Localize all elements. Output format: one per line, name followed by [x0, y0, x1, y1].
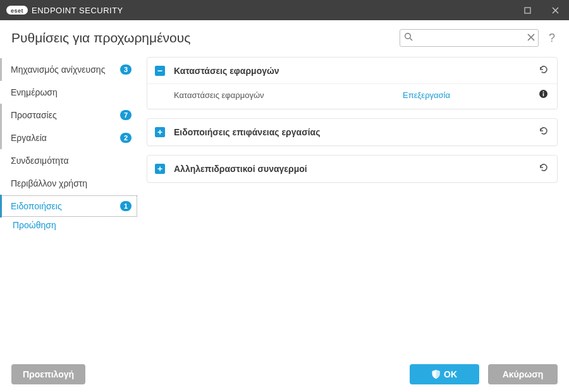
panel-desktop-notifications: Ειδοποιήσεις επιφάνειας εργασίας — [147, 118, 558, 146]
ok-button[interactable]: OK — [410, 364, 479, 384]
search-wrap — [400, 29, 539, 47]
sidebar: Μηχανισμός ανίχνευσης 3 Ενημέρωση Προστα… — [0, 56, 138, 357]
sidebar-item-label: Συνδεσιμότητα — [11, 156, 132, 166]
svg-rect-7 — [543, 93, 544, 96]
sidebar-item-label: Ενημέρωση — [11, 87, 132, 97]
collapse-icon — [155, 66, 165, 76]
panel-head[interactable]: Καταστάσεις εφαρμογών — [147, 58, 557, 84]
info-icon[interactable] — [539, 89, 548, 101]
panel-head[interactable]: Ειδοποιήσεις επιφάνειας εργασίας — [147, 119, 557, 145]
setting-row-label: Καταστάσεις εφαρμογών — [174, 90, 403, 100]
default-button[interactable]: Προεπιλογή — [11, 364, 85, 384]
undo-icon[interactable] — [538, 64, 548, 77]
clear-search-icon[interactable] — [527, 32, 535, 44]
sidebar-item-label: Περιβάλλον χρήστη — [11, 178, 132, 188]
panel-title: Αλληλεπιδραστικοί συναγερμοί — [174, 164, 538, 174]
ok-button-label: OK — [444, 369, 457, 379]
brand-text: ENDPOINT SECURITY — [32, 6, 123, 15]
sidebar-item-connectivity[interactable]: Συνδεσιμότητα — [0, 149, 138, 172]
page-title: Ρυθμίσεις για προχωρημένους — [11, 30, 190, 46]
sidebar-item-label: Προστασίες — [11, 110, 116, 120]
panel-title: Καταστάσεις εφαρμογών — [174, 66, 538, 76]
svg-point-3 — [405, 34, 411, 39]
badge: 1 — [120, 201, 132, 211]
window-maximize-button[interactable] — [513, 0, 541, 20]
sidebar-item-label: Εργαλεία — [11, 133, 116, 143]
panel-body: Καταστάσεις εφαρμογών Επεξεργασία — [147, 84, 557, 109]
sidebar-item-user-interface[interactable]: Περιβάλλον χρήστη — [0, 172, 138, 195]
panel-title: Ειδοποιήσεις επιφάνειας εργασίας — [174, 127, 538, 137]
undo-icon[interactable] — [538, 126, 548, 138]
badge: 2 — [120, 133, 132, 143]
shield-icon — [432, 370, 440, 379]
sidebar-subitem-forwarding[interactable]: Προώθηση — [0, 217, 138, 233]
panel-interactive-alerts: Αλληλεπιδραστικοί συναγερμοί — [147, 155, 558, 183]
svg-rect-5 — [158, 70, 162, 71]
svg-rect-8 — [543, 91, 544, 92]
sidebar-item-tools[interactable]: Εργαλεία 2 — [0, 126, 138, 149]
svg-rect-10 — [159, 130, 161, 135]
panel-head[interactable]: Αλληλεπιδραστικοί συναγερμοί — [147, 156, 557, 182]
footer: Προεπιλογή OK Ακύρωση — [0, 357, 569, 392]
panel-application-statuses: Καταστάσεις εφαρμογών Καταστάσεις εφαρμο… — [147, 57, 558, 109]
edit-link[interactable]: Επεξεργασία — [403, 90, 450, 100]
window-close-button[interactable] — [541, 0, 569, 20]
sidebar-item-notifications[interactable]: Ειδοποιήσεις 1 — [0, 195, 138, 217]
sidebar-item-detection-engine[interactable]: Μηχανισμός ανίχνευσης 3 — [0, 58, 138, 81]
badge: 7 — [120, 110, 132, 120]
svg-text:eset: eset — [11, 8, 23, 14]
search-icon — [404, 32, 413, 44]
svg-line-4 — [410, 39, 413, 41]
expand-icon — [155, 127, 165, 137]
titlebar: eset ENDPOINT SECURITY — [0, 0, 569, 20]
cancel-button[interactable]: Ακύρωση — [488, 364, 558, 384]
topbar: Ρυθμίσεις για προχωρημένους ? — [0, 20, 569, 56]
help-icon[interactable]: ? — [546, 32, 558, 45]
expand-icon — [155, 164, 165, 174]
sidebar-item-protections[interactable]: Προστασίες 7 — [0, 104, 138, 126]
sidebar-item-label: Μηχανισμός ανίχνευσης — [11, 64, 116, 75]
svg-rect-12 — [159, 167, 161, 171]
undo-icon[interactable] — [538, 162, 548, 175]
brand-logo: eset — [6, 6, 28, 15]
sidebar-item-label: Ειδοποιήσεις — [11, 201, 116, 211]
search-input[interactable] — [400, 29, 539, 47]
main-content: Καταστάσεις εφαρμογών Καταστάσεις εφαρμο… — [138, 56, 558, 357]
badge: 3 — [120, 64, 132, 75]
svg-rect-2 — [525, 8, 530, 13]
sidebar-item-update[interactable]: Ενημέρωση — [0, 81, 138, 104]
